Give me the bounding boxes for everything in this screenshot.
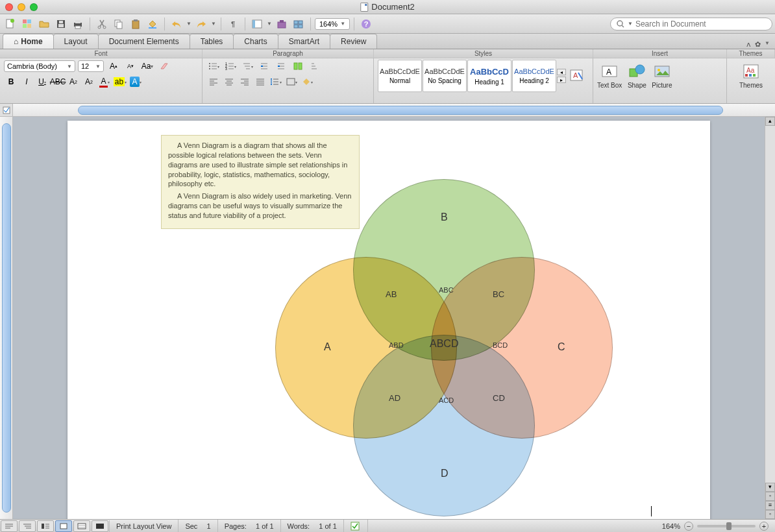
cut-button[interactable] [94,17,110,31]
copy-button[interactable] [111,17,127,31]
align-center-button[interactable] [222,75,236,88]
ribbon-settings-icon[interactable]: ✿ [755,40,761,49]
prev-page-button[interactable]: ◦ [765,492,775,501]
borders-button[interactable]: ▾ [284,75,299,88]
tab-document-elements[interactable]: Document Elements [98,34,190,49]
minimize-window-button[interactable] [18,3,25,11]
browse-object-button[interactable]: ≡ [765,501,775,510]
bold-button[interactable]: B [4,75,18,88]
shading-button[interactable]: ▾ [300,75,314,88]
styles-pane-icon[interactable]: A [569,69,585,83]
tab-smartart[interactable]: SmartArt [278,34,330,49]
subscript-button[interactable]: A2 [66,75,80,88]
inc-indent-button[interactable] [274,60,288,73]
status-spellcheck[interactable] [344,520,368,532]
help-button[interactable]: ? [358,17,374,31]
style-no-spacing[interactable]: AaBbCcDdENo Spacing [423,60,467,92]
redo-dropdown[interactable]: ▼ [210,17,217,31]
horizontal-ruler[interactable] [13,104,775,116]
sidebar-dropdown[interactable]: ▼ [266,17,273,31]
font-size-select[interactable]: 12▼ [78,60,104,72]
vertical-scrollbar[interactable]: ▴ ▾ ◦ ≡ ◦ [765,117,775,519]
align-right-button[interactable] [238,75,252,88]
styles-next-button[interactable]: ▸ [557,77,566,83]
scroll-up-button[interactable]: ▴ [765,117,775,126]
text-direction-button[interactable] [291,60,305,73]
ribbon-settings-dropdown[interactable]: ▼ [765,40,770,49]
view-draft-button[interactable] [1,520,18,532]
align-left-button[interactable] [206,75,221,88]
tab-tables[interactable]: Tables [190,34,234,49]
insert-shape-button[interactable]: Shape [627,62,646,89]
format-painter-button[interactable] [145,17,160,31]
italic-button[interactable]: I [19,75,34,88]
view-fullscreen-button[interactable] [92,520,108,532]
undo-dropdown[interactable]: ▼ [186,17,192,31]
view-notebook-button[interactable] [73,520,90,532]
view-outline-button[interactable] [19,520,36,532]
view-print-layout-button[interactable] [55,520,72,532]
zoom-window-button[interactable] [30,3,38,11]
underline-button[interactable]: U▾ [35,75,49,88]
paste-button[interactable] [128,17,143,31]
venn-circle-d[interactable] [353,335,535,516]
search-input[interactable] [635,19,767,29]
new-template-button[interactable] [19,17,35,31]
show-formatting-button[interactable]: ¶ [225,17,241,31]
grow-font-button[interactable]: A▴ [106,60,121,73]
undo-button[interactable] [169,17,184,31]
insert-textbox-button[interactable]: A Text Box [597,62,622,89]
collapse-ribbon-icon[interactable]: ʌ [746,40,751,49]
status-words[interactable]: Words: 1 of 1 [281,520,344,532]
themes-button[interactable]: Aa Themes [731,62,771,89]
dec-indent-button[interactable] [257,60,271,73]
close-window-button[interactable] [5,3,13,11]
save-button[interactable] [53,17,69,31]
justify-button[interactable] [253,75,267,88]
insert-picture-button[interactable]: Picture [652,62,672,89]
tab-charts[interactable]: Charts [233,34,278,49]
zoom-out-button[interactable]: − [684,522,693,531]
zoom-slider[interactable] [697,525,756,527]
sort-button[interactable] [308,60,322,73]
numbering-button[interactable]: 123▾ [223,60,238,73]
bullets-button[interactable]: ▾ [206,60,221,73]
sidebar-button[interactable] [249,17,265,31]
tab-home[interactable]: ⌂ Home [3,34,54,49]
page[interactable]: A Venn Diagram is a diagram that shows a… [68,121,710,519]
next-page-button[interactable]: ◦ [765,510,775,519]
search-box[interactable]: ▼ [610,18,772,30]
line-spacing-button[interactable]: ▾ [269,75,283,88]
clear-formatting-button[interactable] [157,60,171,73]
open-button[interactable] [36,17,52,31]
highlight-button[interactable]: ab▾ [113,75,127,88]
view-publishing-button[interactable] [37,520,54,532]
document-canvas[interactable]: A Venn Diagram is a diagram that shows a… [13,117,765,519]
style-normal[interactable]: AaBbCcDdENormal [378,60,422,92]
toolbox-button[interactable] [274,17,289,31]
change-case-button[interactable]: Aa▾ [140,60,154,73]
tab-layout[interactable]: Layout [53,34,99,49]
redo-button[interactable] [193,17,209,31]
ruler-corner[interactable] [0,104,13,116]
tab-review[interactable]: Review [330,34,377,49]
style-heading-1[interactable]: AaBbCcDHeading 1 [467,60,511,92]
zoom-select[interactable]: 164%▼ [315,18,350,30]
style-heading-2[interactable]: AaBbCcDdEHeading 2 [512,60,556,92]
superscript-button[interactable]: A2 [82,75,96,88]
styles-prev-button[interactable]: ◂ [557,69,566,75]
font-name-select[interactable]: Cambria (Body)▼ [4,60,75,72]
vertical-ruler[interactable] [0,117,13,519]
font-color-button[interactable]: A▾ [97,75,112,88]
gallery-button[interactable] [291,17,306,31]
strikethrough-button[interactable]: ABC [51,75,65,88]
new-doc-button[interactable] [3,17,18,31]
shrink-font-button[interactable]: A▾ [123,60,138,73]
print-button[interactable] [70,17,86,31]
scroll-track[interactable] [765,126,775,483]
text-effects-button[interactable]: A▾ [129,75,143,88]
zoom-in-button[interactable]: + [759,522,769,531]
venn-diagram[interactable]: A B C D AB BC CD AD ABC BCD ACD ABD ABCD [262,160,626,519]
multilevel-button[interactable]: ▾ [240,60,254,73]
scroll-down-button[interactable]: ▾ [765,483,775,492]
